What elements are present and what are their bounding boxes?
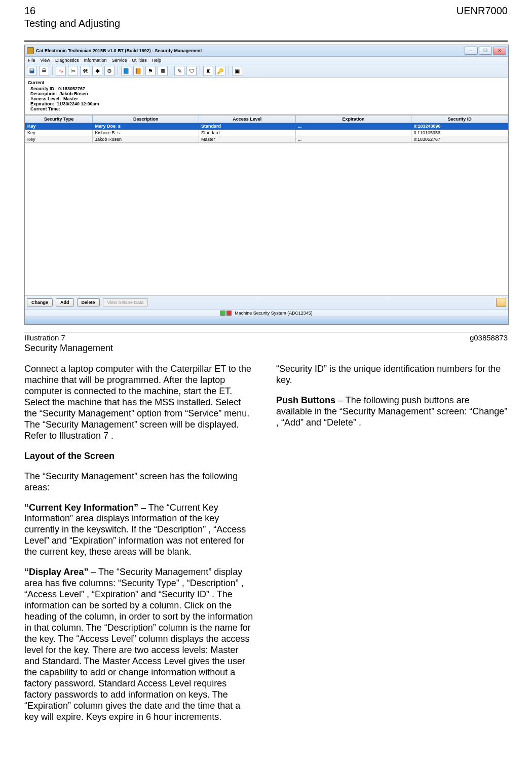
illustration-label: Illustration 7 xyxy=(24,333,65,342)
col-access-level[interactable]: Access Level xyxy=(199,116,296,123)
bold-lead: Push Buttons xyxy=(276,395,335,405)
menubar: File View Diagnostics Information Servic… xyxy=(25,57,508,64)
paragraph: “Current Key Information” – The “Current… xyxy=(24,503,256,558)
col-expiration[interactable]: Expiration xyxy=(295,116,411,123)
tool-icon[interactable]: ✱ xyxy=(92,66,102,76)
menu-help[interactable]: Help xyxy=(151,58,161,63)
paragraph-rest: – The “Security Management” display area… xyxy=(24,567,253,721)
table-row[interactable]: Key Mary Doe_s Standard ... 0:183243096 xyxy=(25,123,508,130)
taskbar xyxy=(25,317,508,324)
current-id-label: Security ID: xyxy=(30,86,56,91)
close-button[interactable]: ✕ xyxy=(493,47,506,55)
shield-icon[interactable]: 🛡 xyxy=(186,66,197,76)
current-time-label: Current Time: xyxy=(30,106,60,111)
note-icon[interactable]: ✎ xyxy=(174,66,184,76)
button-bar: Change Add Delete View Secure Data xyxy=(25,295,508,309)
table-row[interactable]: Key Kishore B_s Standard ... 0:110105956 xyxy=(25,130,508,136)
flag-icon[interactable]: ⚑ xyxy=(145,66,156,76)
cell-exp: ... xyxy=(295,130,411,136)
caption-rule xyxy=(24,332,508,332)
paragraph: Connect a laptop computer with the Cater… xyxy=(24,364,256,442)
toolbar-separator xyxy=(52,66,53,75)
status-indicators xyxy=(220,311,232,316)
bold-lead: “Display Area” xyxy=(24,567,91,577)
cell-exp: ... xyxy=(295,123,411,130)
toolbar: ∿ ✂ 🛠 ✱ ⚙ 📘 📙 ⚑ ≣ ✎ 🛡 ♜ 🔑 ▣ xyxy=(25,64,508,78)
current-desc-label: Description: xyxy=(30,91,57,96)
col-left: Connect a laptop computer with the Cater… xyxy=(24,364,256,723)
doc-code: UENR7000 xyxy=(457,5,508,17)
castle-icon[interactable]: ♜ xyxy=(203,66,213,76)
screenshot-container: Cat Electronic Technician 2015B v1.0-B7 … xyxy=(24,45,508,325)
cell-id: 0:183243096 xyxy=(411,123,508,130)
scissors-icon[interactable]: ✂ xyxy=(68,66,78,76)
extra-icon[interactable]: ▣ xyxy=(232,66,242,76)
current-desc-value: Jakob Rosen xyxy=(60,91,88,96)
calendar-icon[interactable] xyxy=(496,298,506,307)
current-level-value: Master xyxy=(63,96,78,101)
illustration-subtitle: Security Management xyxy=(24,343,508,354)
menu-view[interactable]: View xyxy=(41,58,50,63)
add-button[interactable]: Add xyxy=(56,298,74,306)
menu-diagnostics[interactable]: Diagnostics xyxy=(55,58,79,63)
gear-icon[interactable]: ⚙ xyxy=(104,66,115,76)
minimize-button[interactable]: — xyxy=(465,47,478,55)
status-bar: Machine Security System (ABC12345) xyxy=(25,309,508,317)
key-icon[interactable]: 🔑 xyxy=(215,66,225,76)
cell-desc: Mary Doe_s xyxy=(93,123,199,130)
empty-area xyxy=(25,143,508,295)
cell-level: Standard xyxy=(199,123,296,130)
paragraph: Push Buttons – The following push button… xyxy=(276,395,508,429)
view-secure-button: View Secure Data xyxy=(103,298,148,306)
paragraph: “Security ID” is the unique identificati… xyxy=(276,364,508,386)
app-icon xyxy=(27,47,34,54)
paragraph: The “Security Management” screen has the… xyxy=(24,471,256,493)
toolbar-separator xyxy=(171,66,171,75)
stack-icon[interactable]: ≣ xyxy=(158,66,168,76)
current-level-label: Access Level: xyxy=(30,96,61,101)
header-rule xyxy=(24,41,508,42)
cell-level: Master xyxy=(199,136,296,143)
paragraph: “Display Area” – The “Security Managemen… xyxy=(24,567,256,722)
bold-lead: “Current Key Information” xyxy=(24,503,141,513)
page-number: 16 xyxy=(24,5,35,17)
col-description[interactable]: Description xyxy=(93,116,199,123)
body-columns: Connect a laptop computer with the Cater… xyxy=(24,364,508,723)
toolbar-separator xyxy=(118,66,118,75)
toolbar-separator xyxy=(200,66,200,75)
delete-button[interactable]: Delete xyxy=(77,298,100,306)
table-row[interactable]: Key Jakob Rosen Master ... 0:183052767 xyxy=(25,136,508,143)
data-table: Security Type Description Access Level E… xyxy=(25,115,508,143)
cell-id: 0:110105956 xyxy=(411,130,508,136)
menu-information[interactable]: Information xyxy=(84,58,106,63)
col-security-id[interactable]: Security ID xyxy=(411,116,508,123)
col-security-type[interactable]: Security Type xyxy=(25,116,93,123)
cell-desc: Jakob Rosen xyxy=(93,136,199,143)
section-heading: Layout of the Screen xyxy=(24,451,256,462)
change-button[interactable]: Change xyxy=(27,298,53,306)
cell-id: 0:183052767 xyxy=(411,136,508,143)
menu-utilities[interactable]: Utilities xyxy=(132,58,146,63)
cell-level: Standard xyxy=(199,130,296,136)
window-title: Cat Electronic Technician 2015B v1.0-B7 … xyxy=(36,48,202,53)
menu-file[interactable]: File xyxy=(28,58,35,63)
current-title: Current xyxy=(28,80,505,85)
illustration-code: g03858873 xyxy=(470,333,508,342)
cell-desc: Kishore B_s xyxy=(93,130,199,136)
save-icon[interactable] xyxy=(27,66,37,76)
book2-icon[interactable]: 📙 xyxy=(133,66,143,76)
book-icon[interactable]: 📘 xyxy=(121,66,131,76)
maximize-button[interactable]: ☐ xyxy=(479,47,492,55)
print-icon[interactable] xyxy=(39,66,49,76)
wrench-icon[interactable]: 🛠 xyxy=(80,66,90,76)
menu-service[interactable]: Service xyxy=(111,58,127,63)
toolbar-separator xyxy=(229,66,229,75)
svg-rect-1 xyxy=(30,69,33,70)
status-red-icon xyxy=(226,311,232,316)
cell-exp: ... xyxy=(295,136,411,143)
status-green-icon xyxy=(220,311,225,316)
current-exp-label: Expiration: xyxy=(30,101,54,106)
pulse-icon[interactable]: ∿ xyxy=(56,66,66,76)
col-right: “Security ID” is the unique identificati… xyxy=(276,364,508,723)
current-id-value: 0:183052767 xyxy=(58,86,85,91)
